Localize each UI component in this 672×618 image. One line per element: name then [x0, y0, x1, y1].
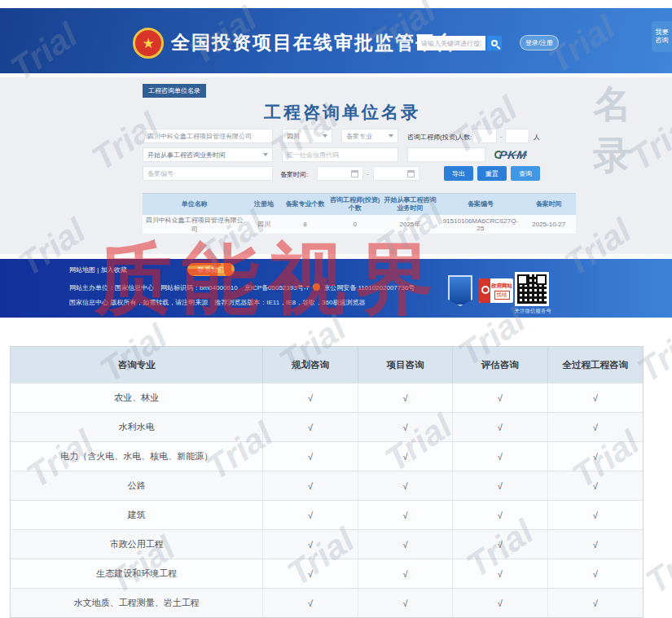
engineer-count-label: 咨询工程师(投资)人数: — [407, 133, 472, 142]
qr-caption: 关注微信服务号 — [510, 308, 556, 315]
chevron-down-icon — [323, 134, 327, 138]
specialties-table: 咨询专业 规划咨询 项目咨询 评估咨询 全过程工程咨询 农业、林业 √ √ √ … — [10, 346, 643, 618]
person-unit-label: 人 — [534, 133, 540, 142]
table-row: 市政公用工程 √ √ √ √ — [11, 529, 643, 559]
table-row: 水利水电 √ √ √ √ — [11, 412, 643, 441]
range-separator: - — [500, 133, 503, 140]
captcha-input[interactable] — [407, 147, 485, 162]
login-register-button[interactable]: 登录/注册 — [520, 35, 559, 50]
credit-code-input[interactable] — [282, 147, 398, 162]
engineer-count-min-input[interactable] — [472, 129, 497, 143]
table-row: 公路 √ √ √ √ — [11, 471, 643, 500]
company-name-input[interactable] — [143, 129, 273, 143]
directory-panel: 名录 工程咨询单位名录 工程咨询单位名录 四川 备案专业 咨询工程师(投资)人数… — [0, 77, 672, 254]
table-row: 水文地质、工程测量、岩土工程 √ √ √ √ — [11, 588, 643, 617]
page: ★ 全国投资项目在线审批监管平台 登录/注册 名录 工程咨询单位名录 工程咨询单… — [0, 0, 672, 618]
site-title: 全国投资项目在线审批监管平台 — [171, 30, 456, 55]
header-search-input[interactable] — [417, 36, 485, 50]
panel-title: 工程咨询单位名录 — [143, 101, 542, 124]
results-table: 单位名称 注册地 备案专业个数 咨询工程师(投资) 个数 开始从事工程咨询业务时… — [143, 193, 576, 234]
record-no-input[interactable] — [143, 166, 273, 181]
engineer-count-max-input[interactable] — [505, 129, 529, 143]
reset-button[interactable]: 重置 — [477, 166, 507, 181]
captcha-image[interactable]: PKM — [490, 146, 531, 163]
calendar-icon — [407, 170, 415, 178]
table-row[interactable]: 四川中科众鑫工程项目管理有限公司 四川 8 0 2025年 91510106MA… — [143, 215, 576, 234]
footer-links[interactable]: 网站地图 | 加入收藏 — [69, 265, 127, 274]
panel-background-watermark: 名录 — [593, 79, 672, 182]
region-select[interactable]: 四川 — [282, 129, 332, 143]
tab-directory[interactable]: 工程咨询单位名录 — [143, 84, 206, 98]
top-header: ★ 全国投资项目在线审批监管平台 登录/注册 — [0, 8, 672, 73]
range-separator: - — [367, 170, 369, 178]
wechat-qr-code — [515, 272, 549, 306]
results-table-header: 单位名称 注册地 备案专业个数 咨询工程师(投资) 个数 开始从事工程咨询业务时… — [143, 193, 576, 215]
query-button[interactable]: 查询 — [511, 166, 540, 181]
chevron-down-icon — [263, 153, 268, 156]
table-row: 电力（含火电、水电、核电、新能源） √ √ √ √ — [11, 441, 643, 471]
footer-host-line: 网站主办单位：国家信息中心 网站标识码：bm04000010 京ICP备0505… — [69, 283, 415, 292]
export-button[interactable]: 导出 — [444, 166, 473, 181]
footer-copyright-line: 国家信息中心 版权所有，如需转载，请注明来源 推荐浏览器版本：IE11，IE8，… — [69, 298, 365, 307]
gov-site-error-report-badge[interactable]: 政府网站 找错 — [479, 278, 513, 303]
search-button[interactable] — [487, 36, 502, 50]
chevron-down-icon — [389, 134, 393, 138]
table-row: 农业、林业 √ √ √ √ — [11, 383, 643, 412]
record-time-label: 备案时间: — [280, 170, 308, 179]
specialty-select[interactable]: 备案专业 — [341, 129, 398, 143]
magnifier-badge-icon — [479, 278, 490, 303]
trial-watermark: Trial — [639, 528, 672, 602]
calendar-icon — [351, 170, 358, 178]
table-row: 建筑 √ √ √ √ — [11, 500, 643, 529]
record-date-to-input[interactable] — [373, 166, 419, 181]
specialties-table-header: 咨询专业 规划咨询 项目咨询 评估咨询 全过程工程咨询 — [11, 347, 643, 383]
consult-floating-tab[interactable]: 我要咨询 — [652, 21, 672, 52]
security-record-icon — [313, 283, 320, 291]
start-time-select[interactable]: 开始从事工程咨询业务时间 — [143, 147, 273, 162]
national-emblem-icon: ★ — [133, 28, 164, 59]
search-icon — [491, 40, 498, 46]
table-row: 生态建设和环境工程 √ √ √ √ — [11, 559, 643, 588]
contact-us-button[interactable]: 联系我们 — [187, 263, 235, 276]
record-date-from-input[interactable] — [317, 166, 363, 181]
page-footer: 网站地图 | 加入收藏 联系我们 网站主办单位：国家信息中心 网站标识码：bm0… — [0, 259, 672, 318]
gov-shield-badge-icon — [448, 275, 472, 306]
